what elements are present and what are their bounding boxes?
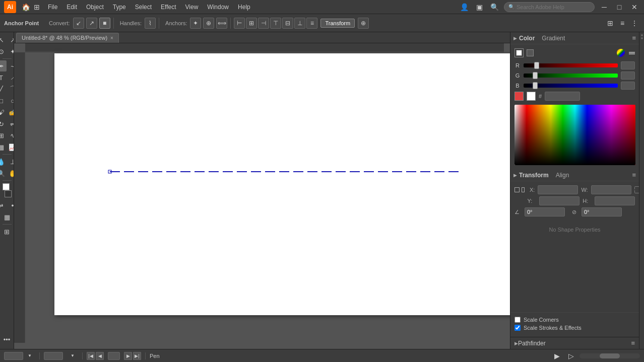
home-icon[interactable]: 🏠 (20, 2, 31, 13)
extra-options-icon[interactable]: ⋮ (629, 18, 640, 29)
color-picker-box[interactable] (514, 105, 635, 165)
distribute-btn[interactable]: ≡ (306, 18, 317, 29)
search-box[interactable]: 🔍 (504, 2, 595, 12)
close-icon[interactable]: ✕ (629, 2, 640, 13)
search-input[interactable] (517, 4, 587, 10)
stop-btn[interactable]: ▷ (565, 350, 576, 361)
zoom-dropdown-icon[interactable]: ▼ (24, 350, 35, 361)
white-swatch[interactable] (527, 92, 536, 101)
scroll-track[interactable] (579, 353, 640, 358)
search-icon[interactable]: 🔍 (489, 2, 500, 13)
line-tool[interactable]: ╱ (0, 84, 7, 95)
nav-first-btn[interactable]: |◀ (87, 352, 95, 360)
nav-next-btn[interactable]: ▶ (124, 352, 132, 360)
pathfinder-bar[interactable]: ▶ Pathfinder ≡ (510, 337, 639, 349)
pen-tool[interactable]: ✒ (0, 60, 7, 71)
more-tools-btn[interactable]: ••• (2, 334, 13, 347)
transform-extra-btn[interactable]: ⊕ (358, 18, 369, 29)
page-input[interactable]: 1 (108, 352, 120, 360)
menu-edit[interactable]: Edit (63, 3, 81, 12)
lock-ratio-btn[interactable] (634, 186, 639, 193)
menu-object[interactable]: Object (83, 3, 107, 12)
menu-window[interactable]: Window (204, 3, 232, 12)
maximize-icon[interactable]: □ (614, 2, 625, 13)
tab-close-btn[interactable]: × (110, 35, 113, 41)
color-panel-options-icon[interactable]: ≡ (632, 34, 636, 42)
convert-btn1[interactable]: ↙ (73, 18, 84, 29)
pathfinder-options-icon[interactable]: ≡ (631, 339, 635, 347)
rotation-dropdown-icon[interactable]: ▼ (67, 350, 78, 361)
hex-input[interactable]: 231f20 (545, 92, 580, 101)
anchor-select-btn[interactable]: ✦ (190, 18, 201, 29)
hand-tool[interactable]: ✋ (7, 168, 14, 179)
shear-input[interactable] (582, 207, 622, 216)
align-bottom-btn[interactable]: ⊥ (294, 18, 305, 29)
fill-swatch[interactable] (3, 183, 10, 190)
more-tools-icon[interactable]: ••• (2, 334, 13, 345)
g-thumb[interactable] (533, 72, 538, 79)
menu-file[interactable]: File (44, 3, 61, 12)
b-slider[interactable] (524, 84, 618, 88)
b-value-input[interactable]: 32 (621, 82, 635, 90)
zoom-tool[interactable]: 🔍 (0, 168, 7, 179)
paintbrush-tool[interactable]: 🖌 (0, 107, 7, 118)
stroke-swatch[interactable] (5, 190, 12, 197)
user-icon[interactable]: 👤 (459, 2, 470, 13)
arc-tool[interactable]: ⌒ (7, 84, 14, 95)
spectrum-icon[interactable] (617, 49, 625, 57)
warp-tool[interactable]: ∿ (7, 130, 14, 141)
anchor-reflect-btn[interactable]: ⟺ (216, 18, 227, 29)
y-input[interactable]: 326.6667 px (539, 196, 579, 205)
menu-view[interactable]: View (182, 3, 202, 12)
transform-reference-point[interactable] (514, 187, 520, 192)
workspace-icon[interactable]: ⊞ (31, 2, 42, 13)
solid-color-btn[interactable]: ■ (0, 211, 1, 223)
type-tool[interactable]: T (0, 72, 7, 83)
type-extra-tool[interactable]: ⟋ (7, 72, 14, 83)
anchor-add-btn[interactable]: ⊕ (203, 18, 214, 29)
graph-line-tool[interactable]: 📈 (7, 141, 14, 153)
rotate-tool[interactable]: ↻ (0, 118, 7, 129)
nav-prev-btn[interactable]: ◀ (96, 352, 104, 360)
panel-layout-icon[interactable]: ▣ (474, 2, 485, 13)
reflect-tool[interactable]: ⇌ (7, 118, 14, 129)
w-input[interactable]: 0 px (591, 185, 631, 194)
arrange-icon[interactable]: ⊞ (605, 18, 616, 29)
panel-collapse-btn[interactable] (639, 32, 644, 349)
color-panel-header[interactable]: ▶ Color Gradient ≡ (510, 32, 639, 44)
direct-select-tool[interactable]: ↗ (7, 34, 14, 45)
menu-help[interactable]: Help (234, 3, 254, 12)
gradient-btn[interactable]: ▦ (2, 211, 13, 223)
ellipse-tool[interactable]: ○ (7, 95, 14, 106)
more-icon[interactable]: ≡ (617, 18, 628, 29)
curvature-tool[interactable]: ~ (7, 60, 14, 71)
g-value-input[interactable]: 31 (621, 71, 635, 80)
align-right-btn[interactable]: ⊣ (258, 18, 269, 29)
blob-tool[interactable]: ✍ (7, 107, 14, 118)
scale-tool[interactable]: ⊞ (0, 130, 7, 141)
transform-panel-header[interactable]: ▶ Transform Align ≡ (510, 169, 639, 181)
r-thumb[interactable] (534, 62, 539, 69)
lasso-tool[interactable]: ⊙ (0, 46, 7, 57)
document-tab[interactable]: Untitled-8* @ 48 % (RGB/Preview) × (16, 33, 119, 43)
x-input[interactable]: 1127.5 px (538, 185, 578, 194)
swap-colors-btn[interactable]: ⇄ (0, 200, 7, 211)
align-left-btn[interactable]: ⊢ (234, 18, 245, 29)
scroll-thumb[interactable] (600, 353, 620, 358)
minimize-icon[interactable]: ─ (599, 2, 610, 13)
play-btn[interactable]: ▶ (551, 350, 562, 361)
menu-select[interactable]: Select (132, 3, 155, 12)
convert-btn2[interactable]: ↗ (86, 18, 97, 29)
graph-bar-tool[interactable]: ▦ (0, 141, 7, 153)
rect-tool[interactable]: □ (0, 95, 7, 106)
r-value-input[interactable]: 35 (621, 61, 635, 69)
transform-reference-h[interactable] (522, 187, 525, 192)
angle-input[interactable] (525, 207, 565, 216)
align-top-btn[interactable]: ⊤ (270, 18, 281, 29)
default-colors-btn[interactable]: ● (7, 200, 14, 211)
select-tool[interactable]: ↖ (0, 34, 7, 45)
nav-last-btn[interactable]: ▶| (133, 352, 141, 360)
align-center-v-btn[interactable]: ⊟ (282, 18, 293, 29)
handles-btn1[interactable]: ⌇ (145, 18, 156, 29)
measure-tool[interactable]: ⊥ (7, 156, 14, 167)
